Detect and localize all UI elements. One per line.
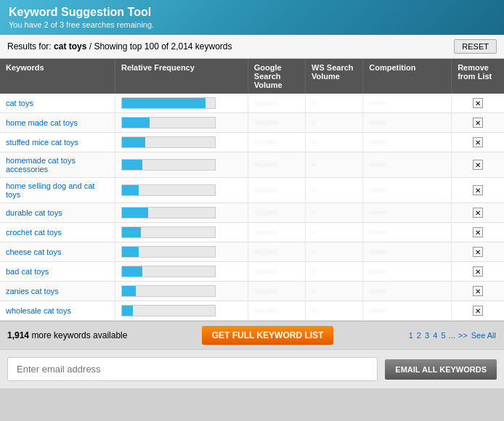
keyword-link[interactable]: home made cat toys	[6, 118, 78, 127]
keyword-table-container: Keywords Relative Frequency Google Searc…	[0, 59, 504, 321]
remove-checkbox[interactable]: ✕	[473, 247, 483, 257]
freq-bar-bg	[121, 184, 216, 196]
table-row: stuffed mice cat toys~~,~~~~~~~~✕	[0, 133, 504, 152]
remove-checkbox[interactable]: ✕	[473, 227, 483, 237]
remove-cell: ✕	[452, 94, 504, 113]
col-remove-from-list: Remove from List	[452, 59, 504, 94]
remove-checkbox[interactable]: ✕	[473, 185, 483, 195]
gsv-cell: ~~,~~~	[248, 301, 305, 321]
keyword-link[interactable]: wholesale cat toys	[6, 306, 71, 315]
remove-checkbox[interactable]: ✕	[473, 286, 483, 296]
email-bar: EMAIL ALL KEYWORDS	[0, 349, 504, 388]
pagination-ellipsis: ...	[449, 331, 458, 340]
table-row: homemade cat toys accessories~~,~~~~~~~~…	[0, 152, 504, 178]
comp-cell: ~~~~	[363, 113, 452, 133]
get-full-list-button[interactable]: GET FULL KEYWORD LIST	[202, 326, 334, 345]
keyword-link[interactable]: cheese cat toys	[6, 248, 61, 256]
table-row: cheese cat toys~~,~~~~~~~~✕	[0, 242, 504, 262]
comp-cell: ~~~~	[363, 282, 452, 301]
showing-count: / Showing top 100 of 2,014 keywords	[89, 41, 232, 52]
freq-cell	[115, 152, 248, 178]
ws-cell: ~	[306, 301, 363, 321]
keyword-link[interactable]: durable cat toys	[6, 208, 62, 217]
col-relative-frequency: Relative Frequency	[115, 59, 248, 94]
remove-checkbox[interactable]: ✕	[473, 266, 483, 277]
table-row: bad cat toys~~,~~~~~~~~✕	[0, 262, 504, 282]
ws-cell: ~	[306, 262, 363, 282]
keyword-cell: crochet cat toys	[0, 223, 115, 242]
freq-cell	[115, 113, 248, 133]
page-next-next[interactable]: >>	[458, 331, 468, 340]
table-row: zanies cat toys~~,~~~~~~~~✕	[0, 282, 504, 301]
freq-cell	[115, 282, 248, 301]
gsv-cell: ~~,~~~	[248, 94, 305, 113]
remove-cell: ✕	[452, 301, 504, 321]
table-row: cat toys~~,~~~~~~~~✕	[0, 94, 504, 113]
email-input[interactable]	[7, 357, 378, 381]
table-row: home selling dog and cat toys~~,~~~~~~~~…	[0, 178, 504, 203]
bottom-bar: 1,914 more keywords available GET FULL K…	[0, 321, 504, 349]
page-4[interactable]: 4	[433, 331, 437, 340]
gsv-cell: ~~,~~~	[248, 152, 305, 178]
ws-cell: ~	[306, 94, 363, 113]
keyword-link[interactable]: cat toys	[6, 99, 33, 107]
table-row: home made cat toys~~,~~~~~~~~✕	[0, 113, 504, 133]
freq-cell	[115, 223, 248, 242]
keyword-cell: home selling dog and cat toys	[0, 178, 115, 203]
keyword-cell: cat toys	[0, 94, 115, 113]
keyword-link[interactable]: zanies cat toys	[6, 287, 59, 295]
ws-cell: ~	[306, 113, 363, 133]
remove-checkbox[interactable]: ✕	[473, 306, 483, 316]
ws-cell: ~	[306, 178, 363, 203]
keyword-cell: zanies cat toys	[0, 282, 115, 301]
comp-cell: ~~~~	[363, 301, 452, 321]
keyword-link[interactable]: home selling dog and cat toys	[6, 181, 94, 199]
keyword-link[interactable]: stuffed mice cat toys	[6, 138, 78, 147]
header: Keyword Suggestion Tool You have 2 of 3 …	[0, 0, 504, 35]
page-3[interactable]: 3	[425, 331, 429, 340]
remove-checkbox[interactable]: ✕	[473, 160, 483, 170]
comp-cell: ~~~~	[363, 152, 452, 178]
freq-bar-fill	[122, 185, 139, 195]
ws-cell: ~	[306, 242, 363, 262]
freq-bar-bg	[121, 207, 216, 218]
gsv-cell: ~~,~~~	[248, 282, 305, 301]
freq-bar-fill	[122, 306, 133, 316]
col-ws-search-volume: WS Search Volume	[306, 59, 363, 94]
gsv-cell: ~~,~~~	[248, 113, 305, 133]
freq-bar-bg	[121, 226, 216, 238]
col-google-search-volume: Google Search Volume	[248, 59, 305, 94]
ws-cell: ~	[306, 133, 363, 152]
freq-cell	[115, 262, 248, 282]
keyword-link[interactable]: crochet cat toys	[6, 228, 62, 237]
keyword-link[interactable]: homemade cat toys accessories	[6, 156, 76, 173]
page-see-all[interactable]: See All	[471, 331, 496, 340]
remove-cell: ✕	[452, 223, 504, 242]
remove-checkbox[interactable]: ✕	[473, 137, 483, 147]
app-title: Keyword Suggestion Tool	[9, 6, 495, 19]
page-1[interactable]: 1	[409, 331, 413, 340]
col-keywords: Keywords	[0, 59, 115, 94]
freq-bar-fill	[122, 286, 136, 296]
keyword-link[interactable]: bad cat toys	[6, 267, 49, 276]
keyword-cell: cheese cat toys	[0, 242, 115, 262]
remove-checkbox[interactable]: ✕	[473, 208, 483, 218]
table-row: wholesale cat toys~~,~~~~~~~~✕	[0, 301, 504, 321]
page-5[interactable]: 5	[441, 331, 445, 340]
page-2[interactable]: 2	[417, 331, 421, 340]
results-summary: Results for: cat toys / Showing top 100 …	[7, 41, 232, 52]
gsv-cell: ~~,~~~	[248, 133, 305, 152]
table-scroll-area[interactable]: Keywords Relative Frequency Google Searc…	[0, 59, 504, 321]
col-competition: Competition	[363, 59, 452, 94]
results-label: Results for:	[7, 41, 52, 52]
remove-cell: ✕	[452, 152, 504, 178]
keyword-cell: durable cat toys	[0, 203, 115, 223]
remove-checkbox[interactable]: ✕	[473, 118, 483, 128]
freq-cell	[115, 133, 248, 152]
remove-checkbox[interactable]: ✕	[473, 98, 483, 108]
freq-bar-fill	[122, 208, 148, 218]
reset-button[interactable]: RESET	[454, 39, 497, 54]
email-all-keywords-button[interactable]: EMAIL ALL KEYWORDS	[385, 359, 497, 380]
search-keyword: cat toys	[54, 41, 86, 52]
freq-bar-fill	[122, 137, 145, 147]
